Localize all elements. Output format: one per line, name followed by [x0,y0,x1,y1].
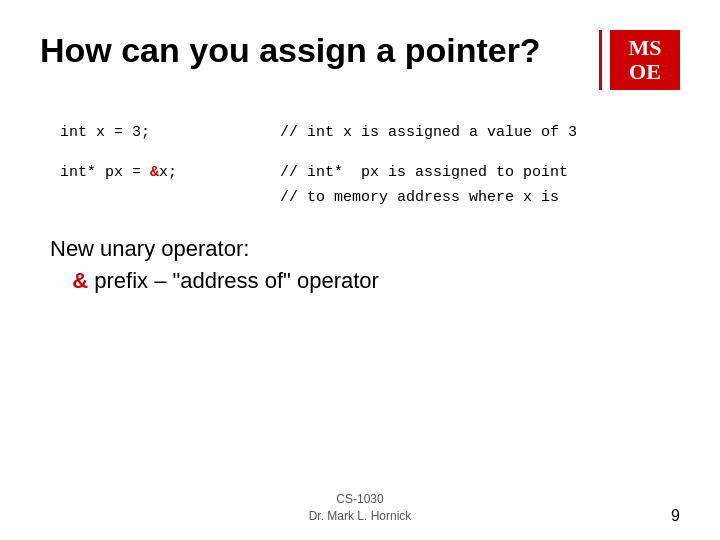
page-number: 9 [671,507,680,525]
code-comment-1: // int x is assigned a value of 3 [280,120,577,146]
slide: How can you assign a pointer? MS OE int … [0,0,720,540]
page-title: How can you assign a pointer? [40,30,541,71]
code-row-2: int* px = &x; // int* px is assigned to … [60,160,680,211]
logo-divider [599,30,602,90]
amp-symbol: & [72,268,88,293]
logo-wrapper: MS OE [599,30,680,90]
logo-line2: OE [629,60,662,84]
footer: CS-1030 Dr. Mark L. Hornick [0,491,720,525]
text-section: New unary operator: & prefix – "address … [50,236,680,294]
operator-desc-text: prefix – "address of" operator [88,268,379,293]
code-section: int x = 3; // int x is assigned a value … [60,120,680,211]
code-statement-2: int* px = &x; [60,160,260,186]
operator-heading: New unary operator: [50,236,680,262]
instructor-name: Dr. Mark L. Hornick [309,509,412,523]
code-row-1: int x = 3; // int x is assigned a value … [60,120,680,146]
course-name: CS-1030 [336,492,383,506]
operator-description: & prefix – "address of" operator [60,268,680,294]
footer-text: CS-1030 Dr. Mark L. Hornick [309,491,412,525]
header: How can you assign a pointer? MS OE [40,30,680,90]
comment-line-1: // int* px is assigned to point [280,160,568,186]
ampersand-highlight: & [150,164,159,181]
logo: MS OE [610,30,680,90]
comment-line-2: // to memory address where x is [280,185,568,211]
code-comment-2: // int* px is assigned to point // to me… [280,160,568,211]
code-statement-1: int x = 3; [60,120,260,146]
logo-line1: MS [629,36,662,60]
